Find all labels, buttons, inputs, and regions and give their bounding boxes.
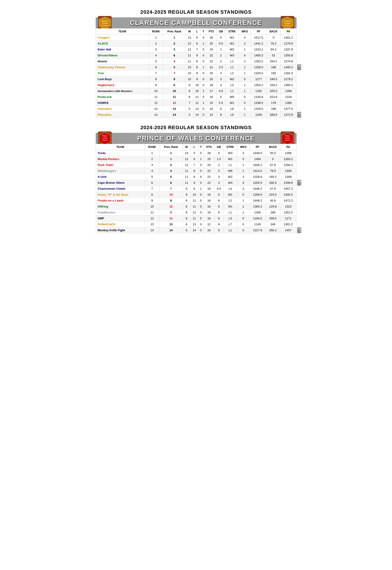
table-row: Charlestown Chiefs77991194.5L431446.247.… xyxy=(96,186,296,192)
pf-3: 1465.5 xyxy=(251,53,266,58)
w-8: 9 xyxy=(186,82,193,88)
table-row: PoWeRJaCK13136130128L7011453491301.2 xyxy=(96,222,296,227)
table-row: Mudda Pucka's231261251.5W15149401283.2 xyxy=(96,156,296,162)
pf-3: 1414.5 xyxy=(250,168,266,174)
col-header-pa: PA xyxy=(280,28,296,35)
rank-3: 4 xyxy=(149,53,163,58)
prev-rank-4: 4 xyxy=(163,58,186,64)
strk-2: L1 xyxy=(223,162,237,168)
svg-text:Clarence: Clarence xyxy=(101,20,108,22)
tier-badge-5: TIER1 xyxy=(297,180,301,186)
pts-3: 22 xyxy=(204,168,214,174)
wks-1: 2 xyxy=(239,41,251,47)
team-name-13: Monkey Knife Fight xyxy=(96,227,145,233)
wks-12: 0 xyxy=(237,222,250,227)
standings-table-1: TEAMRANKPrev. RankWLTPTSGBSTRKWKSPFBACKP… xyxy=(96,144,296,233)
back-12: 349 xyxy=(266,222,280,227)
team-name-4: Goons xyxy=(96,58,149,64)
strk-5: W4 xyxy=(223,180,237,186)
gb-7: 3 xyxy=(217,76,225,82)
season-title-0: 2024-2025 REGULAR SEASON STANDINGS xyxy=(96,9,296,15)
pf-13: 1249 xyxy=(251,112,266,118)
rank-13: 14 xyxy=(149,112,163,118)
pa-5: 1299.8 TIER1 xyxy=(280,180,296,186)
gb-10: 6 xyxy=(214,209,223,215)
w-12: 6 xyxy=(183,222,190,227)
svg-text:Prince: Prince xyxy=(285,135,290,137)
strk-7: W2 xyxy=(225,76,239,82)
back-10: 189 xyxy=(266,209,280,215)
t-3: 0 xyxy=(201,53,206,58)
back-8: 45.8 xyxy=(266,198,280,204)
col-header-gb: GB xyxy=(217,28,225,35)
col-header-wks: WKS xyxy=(237,144,250,150)
gb-9: 6 xyxy=(214,204,223,209)
col-header-strk: STRK xyxy=(223,144,237,150)
rank-13: 14 xyxy=(145,227,159,233)
wks-9: 1 xyxy=(237,204,250,209)
w-9: 8 xyxy=(183,204,190,209)
pf-0: 1438.5 xyxy=(250,150,266,156)
col-header-prevrank: Prev. Rank xyxy=(163,28,186,35)
col-header-l: L xyxy=(193,28,201,35)
wks-10: 0 xyxy=(239,94,251,100)
l-4: 8 xyxy=(193,58,201,64)
w-6: 9 xyxy=(183,186,190,192)
rank-10: 11 xyxy=(145,209,159,215)
l-3: 8 xyxy=(190,168,198,174)
wks-6: 3 xyxy=(237,186,250,192)
strk-0: W1 xyxy=(225,35,239,41)
table-row: Cougars111360260W141517.501301.2 xyxy=(96,35,296,41)
rank-11: 12 xyxy=(149,100,163,106)
back-2: 67.8 xyxy=(266,162,280,168)
col-header-w: W xyxy=(186,28,193,35)
w-9: 8 xyxy=(186,88,193,94)
w-1: 12 xyxy=(183,156,190,162)
rank-6: 7 xyxy=(149,70,163,76)
wks-2: 1 xyxy=(237,162,250,168)
pa-3: 1350.8 xyxy=(280,53,296,58)
w-7: 10 xyxy=(186,76,193,82)
l-9: 10 xyxy=(193,88,201,94)
svg-text:Prince: Prince xyxy=(102,135,107,137)
prev-rank-2: 3 xyxy=(163,47,186,53)
wks-0: 4 xyxy=(239,35,251,41)
pf-11: 1338.5 xyxy=(251,100,266,106)
pa-10: 1316 xyxy=(280,94,296,100)
svg-text:Campbell: Campbell xyxy=(284,23,290,24)
wks-2: 1 xyxy=(239,47,251,53)
rank-10: 11 xyxy=(149,94,163,100)
rank-11: 12 xyxy=(145,215,159,222)
pts-13: 10 xyxy=(206,112,217,118)
w-5: 10 xyxy=(186,64,193,70)
prev-rank-1: 3 xyxy=(159,156,183,162)
pts-4: 22 xyxy=(204,174,214,180)
table-row: Tkatchucky Cheese651081212.5L111328.5189… xyxy=(96,64,296,70)
back-6: 192 xyxy=(266,70,280,76)
l-8: 11 xyxy=(190,198,198,204)
t-7: 0 xyxy=(201,76,206,82)
w-4: 11 xyxy=(183,174,190,180)
gb-4: 3 xyxy=(214,174,223,180)
l-3: 8 xyxy=(193,53,201,58)
wks-6: 1 xyxy=(239,70,251,76)
strk-9: L1 xyxy=(225,88,239,94)
pf-4: 1263.2 xyxy=(251,58,266,64)
gb-5: 2.5 xyxy=(217,64,225,70)
t-0: 0 xyxy=(198,150,204,156)
l-10: 11 xyxy=(193,94,201,100)
back-9: 325.5 xyxy=(266,88,280,94)
pf-6: 1325.5 xyxy=(251,70,266,76)
team-name-2: Eden Hall xyxy=(96,47,149,53)
pf-5: 1203.5 xyxy=(250,180,266,186)
pa-3: 1309 xyxy=(280,168,296,174)
gb-7: 5 xyxy=(214,192,223,198)
pts-8: 16 xyxy=(204,198,214,204)
w-1: 12 xyxy=(186,41,193,47)
pf-11: 1184.5 xyxy=(250,215,266,222)
gb-4: 2 xyxy=(217,58,225,64)
table-row: ALSCO221261250.5W121441.276.21270.8 xyxy=(96,41,296,47)
t-8: 0 xyxy=(201,82,206,88)
pf-10: 1193.8 xyxy=(251,94,266,100)
svg-text:Clarence: Clarence xyxy=(284,20,291,22)
